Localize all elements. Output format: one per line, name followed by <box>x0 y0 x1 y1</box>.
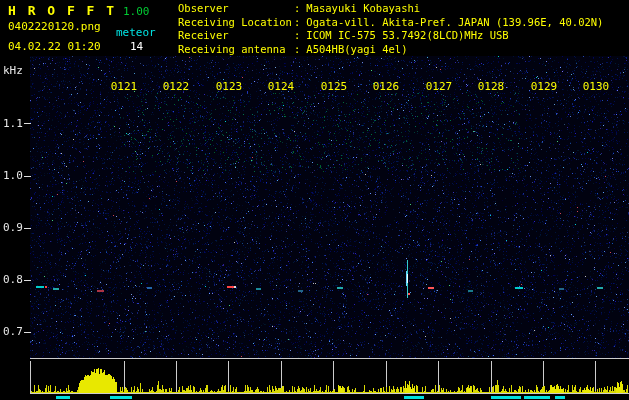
hrofft-app-window: H R O F F T 1.00 0402220120.png meteor 0… <box>0 0 629 400</box>
app-version: 1.00 <box>123 5 150 18</box>
x-tick-label: 0129 <box>530 80 558 93</box>
output-filename: 0402220120.png <box>8 20 101 33</box>
y-tick-label: 0.9 <box>3 221 23 234</box>
info-label: Receiving Location <box>178 16 294 30</box>
info-label: Observer <box>178 2 294 16</box>
info-label: Receiving antenna <box>178 43 294 57</box>
info-value: ICOM IC-575 53.7492(8LCD)MHz USB <box>306 29 508 41</box>
x-tick-label: 0122 <box>162 80 190 93</box>
datetime-label: 04.02.22 01:20 <box>8 40 101 53</box>
info-colon: : <box>294 43 300 55</box>
x-tick-label: 0124 <box>267 80 295 93</box>
info-label: Receiver <box>178 29 294 43</box>
info-row-location: Receiving Location:Ogata-vill. Akita-Pre… <box>178 16 603 30</box>
y-axis-unit-label: kHz <box>3 64 23 77</box>
mode-label: meteor <box>116 26 156 39</box>
echo-count: 14 <box>130 40 143 53</box>
info-colon: : <box>294 29 300 41</box>
info-row-receiver: Receiver:ICOM IC-575 53.7492(8LCD)MHz US… <box>178 29 603 43</box>
info-colon: : <box>294 2 300 14</box>
y-tick-label: 0.8 <box>3 273 23 286</box>
info-row-antenna: Receiving antenna:A504HB(yagi 4el) <box>178 43 603 57</box>
info-row-observer: Observer:Masayuki Kobayashi <box>178 2 603 16</box>
spectrogram-canvas <box>0 0 629 400</box>
y-tick-label: 0.7 <box>3 325 23 338</box>
info-colon: : <box>294 16 300 28</box>
info-value: A504HB(yagi 4el) <box>306 43 407 55</box>
x-tick-label: 0123 <box>215 80 243 93</box>
y-tick-label: 1.1 <box>3 117 23 130</box>
info-value: Masayuki Kobayashi <box>306 2 420 14</box>
x-tick-label: 0121 <box>110 80 138 93</box>
info-value: Ogata-vill. Akita-Pref. JAPAN (139.96E, … <box>306 16 603 28</box>
app-title: H R O F F T <box>8 3 116 18</box>
x-tick-label: 0127 <box>425 80 453 93</box>
x-tick-label: 0130 <box>582 80 610 93</box>
x-tick-label: 0126 <box>372 80 400 93</box>
station-info: Observer:Masayuki Kobayashi Receiving Lo… <box>178 2 603 56</box>
y-tick-label: 1.0 <box>3 169 23 182</box>
x-tick-label: 0128 <box>477 80 505 93</box>
x-tick-label: 0125 <box>320 80 348 93</box>
